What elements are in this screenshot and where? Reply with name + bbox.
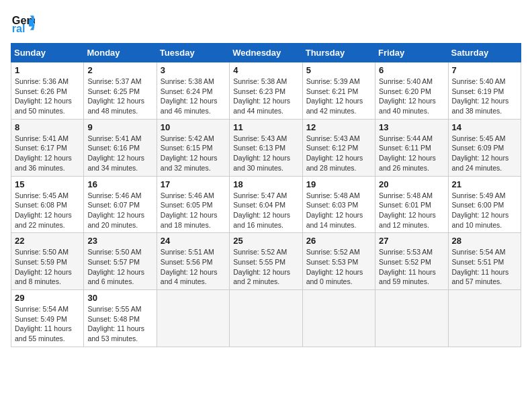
- day-number: 25: [233, 236, 298, 246]
- calendar-cell: 6Sunrise: 5:40 AM Sunset: 6:20 PM Daylig…: [375, 62, 448, 120]
- svg-text:ral: ral: [12, 22, 26, 34]
- day-number: 8: [15, 122, 80, 132]
- calendar-cell: [448, 290, 521, 347]
- calendar-cell: 18Sunrise: 5:47 AM Sunset: 6:04 PM Dayli…: [230, 176, 302, 233]
- day-number: 4: [233, 65, 298, 75]
- calendar-cell: 14Sunrise: 5:45 AM Sunset: 6:09 PM Dayli…: [448, 119, 521, 176]
- weekday-header-thursday: Thursday: [302, 44, 375, 62]
- week-row-1: 1Sunrise: 5:36 AM Sunset: 6:26 PM Daylig…: [11, 62, 521, 120]
- day-number: 15: [15, 179, 80, 189]
- day-number: 20: [379, 179, 444, 189]
- day-info: Sunrise: 5:53 AM Sunset: 5:52 PM Dayligh…: [379, 247, 444, 287]
- calendar-cell: 7Sunrise: 5:40 AM Sunset: 6:19 PM Daylig…: [448, 62, 521, 120]
- day-info: Sunrise: 5:52 AM Sunset: 5:53 PM Dayligh…: [306, 247, 371, 287]
- calendar-cell: 3Sunrise: 5:38 AM Sunset: 6:24 PM Daylig…: [157, 62, 229, 120]
- day-number: 7: [452, 65, 517, 75]
- day-number: 12: [306, 122, 371, 132]
- day-info: Sunrise: 5:38 AM Sunset: 6:23 PM Dayligh…: [233, 77, 298, 116]
- calendar-cell: 5Sunrise: 5:39 AM Sunset: 6:21 PM Daylig…: [302, 62, 375, 120]
- week-row-4: 22Sunrise: 5:50 AM Sunset: 5:59 PM Dayli…: [11, 233, 521, 290]
- day-number: 3: [161, 65, 226, 75]
- calendar-cell: 29Sunrise: 5:54 AM Sunset: 5:49 PM Dayli…: [11, 290, 84, 347]
- calendar-cell: 25Sunrise: 5:52 AM Sunset: 5:55 PM Dayli…: [230, 233, 302, 290]
- calendar-cell: 26Sunrise: 5:52 AM Sunset: 5:53 PM Dayli…: [302, 233, 375, 290]
- day-number: 10: [161, 122, 226, 132]
- day-number: 9: [87, 122, 152, 132]
- calendar-cell: 17Sunrise: 5:46 AM Sunset: 6:05 PM Dayli…: [157, 176, 229, 233]
- day-info: Sunrise: 5:54 AM Sunset: 5:49 PM Dayligh…: [15, 304, 80, 344]
- day-number: 1: [15, 65, 80, 75]
- calendar-cell: 19Sunrise: 5:48 AM Sunset: 6:03 PM Dayli…: [302, 176, 375, 233]
- day-number: 24: [161, 236, 226, 246]
- day-info: Sunrise: 5:47 AM Sunset: 6:04 PM Dayligh…: [233, 191, 298, 230]
- calendar-cell: [375, 290, 448, 347]
- calendar-cell: [230, 290, 302, 347]
- day-info: Sunrise: 5:49 AM Sunset: 6:00 PM Dayligh…: [452, 191, 517, 230]
- day-number: 26: [306, 236, 371, 246]
- day-info: Sunrise: 5:54 AM Sunset: 5:51 PM Dayligh…: [452, 247, 517, 287]
- calendar-cell: 21Sunrise: 5:49 AM Sunset: 6:00 PM Dayli…: [448, 176, 521, 233]
- svg-rect-3: [29, 19, 34, 27]
- calendar-cell: [157, 290, 229, 347]
- day-number: 21: [452, 179, 517, 189]
- day-info: Sunrise: 5:39 AM Sunset: 6:21 PM Dayligh…: [306, 77, 371, 116]
- day-number: 2: [87, 65, 152, 75]
- day-info: Sunrise: 5:55 AM Sunset: 5:48 PM Dayligh…: [87, 304, 152, 344]
- calendar-cell: 10Sunrise: 5:42 AM Sunset: 6:15 PM Dayli…: [157, 119, 229, 176]
- weekday-header-saturday: Saturday: [448, 44, 521, 62]
- calendar-cell: 8Sunrise: 5:41 AM Sunset: 6:17 PM Daylig…: [11, 119, 84, 176]
- day-info: Sunrise: 5:46 AM Sunset: 6:05 PM Dayligh…: [161, 191, 226, 230]
- weekday-header-row: SundayMondayTuesdayWednesdayThursdayFrid…: [11, 44, 521, 62]
- day-info: Sunrise: 5:44 AM Sunset: 6:11 PM Dayligh…: [379, 134, 444, 173]
- day-number: 6: [379, 65, 444, 75]
- day-info: Sunrise: 5:36 AM Sunset: 6:26 PM Dayligh…: [15, 77, 80, 116]
- weekday-header-sunday: Sunday: [11, 44, 84, 62]
- day-info: Sunrise: 5:51 AM Sunset: 5:56 PM Dayligh…: [161, 247, 226, 287]
- calendar-cell: 9Sunrise: 5:41 AM Sunset: 6:16 PM Daylig…: [84, 119, 157, 176]
- calendar-cell: 28Sunrise: 5:54 AM Sunset: 5:51 PM Dayli…: [448, 233, 521, 290]
- day-number: 23: [87, 236, 152, 246]
- day-info: Sunrise: 5:41 AM Sunset: 6:17 PM Dayligh…: [15, 134, 80, 173]
- calendar-cell: 16Sunrise: 5:46 AM Sunset: 6:07 PM Dayli…: [84, 176, 157, 233]
- day-info: Sunrise: 5:48 AM Sunset: 6:01 PM Dayligh…: [379, 191, 444, 230]
- calendar-cell: 23Sunrise: 5:50 AM Sunset: 5:57 PM Dayli…: [84, 233, 157, 290]
- day-info: Sunrise: 5:43 AM Sunset: 6:13 PM Dayligh…: [233, 134, 298, 173]
- calendar-cell: 30Sunrise: 5:55 AM Sunset: 5:48 PM Dayli…: [84, 290, 157, 347]
- day-info: Sunrise: 5:38 AM Sunset: 6:24 PM Dayligh…: [161, 77, 226, 116]
- calendar-cell: 22Sunrise: 5:50 AM Sunset: 5:59 PM Dayli…: [11, 233, 84, 290]
- calendar-cell: 1Sunrise: 5:36 AM Sunset: 6:26 PM Daylig…: [11, 62, 84, 120]
- day-number: 19: [306, 179, 371, 189]
- weekday-header-friday: Friday: [375, 44, 448, 62]
- day-number: 29: [15, 293, 80, 303]
- page-header: Gene ral: [11, 11, 521, 35]
- day-number: 5: [306, 65, 371, 75]
- day-info: Sunrise: 5:50 AM Sunset: 5:57 PM Dayligh…: [87, 247, 152, 287]
- weekday-header-monday: Monday: [84, 44, 157, 62]
- calendar-cell: [302, 290, 375, 347]
- day-info: Sunrise: 5:41 AM Sunset: 6:16 PM Dayligh…: [87, 134, 152, 173]
- day-number: 17: [161, 179, 226, 189]
- calendar-cell: 27Sunrise: 5:53 AM Sunset: 5:52 PM Dayli…: [375, 233, 448, 290]
- day-info: Sunrise: 5:37 AM Sunset: 6:25 PM Dayligh…: [87, 77, 152, 116]
- day-info: Sunrise: 5:45 AM Sunset: 6:08 PM Dayligh…: [15, 191, 80, 230]
- logo-icon: Gene ral: [11, 11, 35, 35]
- day-number: 30: [87, 293, 152, 303]
- calendar-cell: 4Sunrise: 5:38 AM Sunset: 6:23 PM Daylig…: [230, 62, 302, 120]
- day-info: Sunrise: 5:50 AM Sunset: 5:59 PM Dayligh…: [15, 247, 80, 287]
- calendar-cell: 13Sunrise: 5:44 AM Sunset: 6:11 PM Dayli…: [375, 119, 448, 176]
- calendar-cell: 15Sunrise: 5:45 AM Sunset: 6:08 PM Dayli…: [11, 176, 84, 233]
- day-info: Sunrise: 5:52 AM Sunset: 5:55 PM Dayligh…: [233, 247, 298, 287]
- day-info: Sunrise: 5:42 AM Sunset: 6:15 PM Dayligh…: [161, 134, 226, 173]
- calendar-cell: 11Sunrise: 5:43 AM Sunset: 6:13 PM Dayli…: [230, 119, 302, 176]
- day-number: 28: [452, 236, 517, 246]
- weekday-header-tuesday: Tuesday: [157, 44, 229, 62]
- day-number: 22: [15, 236, 80, 246]
- day-info: Sunrise: 5:40 AM Sunset: 6:20 PM Dayligh…: [379, 77, 444, 116]
- logo: Gene ral: [11, 11, 38, 35]
- day-number: 11: [233, 122, 298, 132]
- day-info: Sunrise: 5:45 AM Sunset: 6:09 PM Dayligh…: [452, 134, 517, 173]
- calendar-cell: 12Sunrise: 5:43 AM Sunset: 6:12 PM Dayli…: [302, 119, 375, 176]
- calendar-cell: 20Sunrise: 5:48 AM Sunset: 6:01 PM Dayli…: [375, 176, 448, 233]
- day-info: Sunrise: 5:46 AM Sunset: 6:07 PM Dayligh…: [87, 191, 152, 230]
- day-info: Sunrise: 5:40 AM Sunset: 6:19 PM Dayligh…: [452, 77, 517, 116]
